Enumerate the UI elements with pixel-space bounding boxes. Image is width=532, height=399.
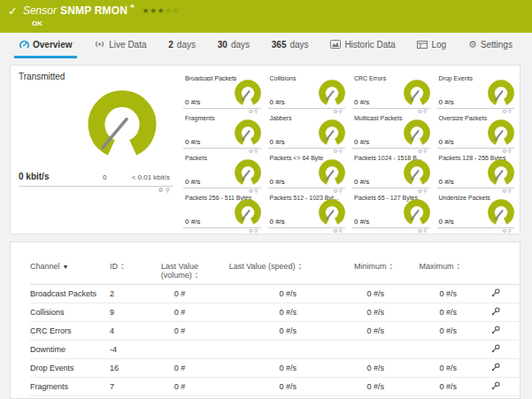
channel-gauge-value: 0 #/s [354,178,369,186]
channel-gauge-cell[interactable]: Collisions 0 #/s ⚙⚲ [267,73,351,112]
tab-historic-data[interactable]: Historic Data [325,33,400,58]
channel-gauge-cell[interactable]: Drop Events 0 #/s ⚙⚲ [436,73,520,112]
channel-gauge-cell[interactable]: Packets 512 - 1023 Byt... 0 #/s ⚙⚲ [267,192,351,232]
channel-gauge-title: Collisions [270,75,297,81]
pin-icon[interactable]: ⚲ [339,228,343,234]
sort-both-icon: ▲▼ [389,263,393,271]
channel-gauge-cell[interactable]: Fragments 0 #/s ⚙⚲ [182,112,266,152]
channel-gauge-dial [317,119,347,149]
channel-gauge-dial [233,158,263,188]
tab-log[interactable]: Log [412,33,451,58]
channel-gauge-title: Multicast Packets [354,115,402,121]
wrench-icon[interactable] [471,303,520,322]
channel-gauge-cell[interactable]: Packets 128 - 255 Bytes 0 #/s ⚙⚲ [436,152,520,192]
column-header-label: Channel [30,262,60,271]
tab-365-days[interactable]: 365days [266,33,314,58]
log-icon [417,41,428,49]
priority-stars[interactable]: ★★★☆☆ [142,6,180,15]
channel-gauge-value: 0 #/s [185,138,200,146]
table-row: Fragments70 #0 #/s0 #/s0 #/s [30,378,520,396]
column-header-actions [471,260,520,285]
column-header-minimum[interactable]: Minimum▲▼ [309,260,393,285]
column-header-id[interactable]: ID▲▼ [110,260,152,285]
channel-name[interactable]: Broadcast Packets [30,285,110,303]
tab-bar: OverviewLive Data2days30days365daysHisto… [0,33,532,58]
channel-gauge-dial [486,198,516,228]
tab-30-days[interactable]: 30days [212,33,255,58]
tab-label: Settings [481,40,513,50]
channel-gauge-title: CRC Errors [354,75,386,81]
table-row: CRC Errors40 #0 #/s0 #/s0 #/s [30,322,520,341]
flag-icon[interactable]: ⚑ [129,4,135,11]
table-row: Drop Events160 #0 #/s0 #/s0 #/s [30,359,520,378]
channel-name[interactable]: Jabbers [30,396,110,399]
wrench-icon[interactable] [471,359,520,378]
column-header-label: Maximum [420,262,454,271]
channel-gauge-cell[interactable]: Packets <= 64 Byte 0 #/s ⚙⚲ [267,152,351,192]
channel-gauge-cell[interactable]: Packets 256 - 511 Bytes 0 #/s ⚙⚲ [182,192,266,232]
maximum-value: 0 #/s [393,285,471,303]
last-value-speed: 0 #/s [207,303,309,322]
pin-icon[interactable]: ⚲ [423,228,428,234]
last-value-volume: 0 # [152,285,207,303]
column-header-last-value-volume-[interactable]: Last Value (volume)▲▼ [152,260,207,285]
status-badge: OK [32,19,532,27]
channel-id: 9 [110,303,152,322]
table-row: Collisions90 #0 #/s0 #/s0 #/s [30,303,520,322]
column-header-maximum[interactable]: Maximum▲▼ [393,260,471,285]
column-header-channel[interactable]: Channel▼ [30,260,110,285]
channel-gauge-cell[interactable]: CRC Errors 0 #/s ⚙⚲ [351,73,435,112]
channel-gauge-title: Oversize Packets [439,115,487,121]
pin-icon[interactable]: ⚲ [508,228,513,234]
table-header-row: Channel▼ID▲▼Last Value (volume)▲▼Last Va… [30,260,520,285]
column-header-last-value-speed-[interactable]: Last Value (speed)▲▼ [207,260,309,285]
wrench-icon[interactable] [471,285,520,303]
channel-gauge-dial [233,79,263,109]
tab-overview[interactable]: Overview [14,33,77,58]
channel-name[interactable]: CRC Errors [30,322,110,341]
channel-gauge-value: 0 #/s [270,218,285,226]
wrench-icon[interactable] [471,396,520,399]
tab-2-days[interactable]: 2days [163,33,201,58]
channel-id: -4 [110,341,152,359]
channel-gauge-cell[interactable]: Packets 65 - 127 Bytes 0 #/s ⚙⚲ [351,192,435,232]
channel-gauge-cell[interactable]: Multicast Packets 0 #/s ⚙⚲ [351,112,435,152]
wrench-icon[interactable] [471,378,520,396]
wrench-icon[interactable] [471,322,520,341]
channel-name[interactable]: Collisions [30,303,110,322]
channel-gauge-cell[interactable]: Undersize Packets 0 #/s ⚙⚲ [436,192,520,232]
channel-gauge-cell[interactable]: Jabbers 0 #/s ⚙⚲ [267,112,351,152]
channel-gauge-title: Packets [185,155,207,161]
live-icon [94,40,105,49]
channel-gauge-cell[interactable]: Oversize Packets 0 #/s ⚙⚲ [436,112,520,152]
historic-icon [330,40,341,49]
last-value-volume: 0 # [152,303,207,322]
column-header-label: Last Value (speed) [229,262,296,271]
column-header-label: Last Value (volume) [161,262,198,280]
minimum-value: 0 #/s [309,285,393,303]
channel-gauge-dial [486,79,516,109]
channel-gauge-cell[interactable]: Packets 1024 - 1518 B... 0 #/s ⚙⚲ [351,152,435,192]
channels-table-panel: Channel▼ID▲▼Last Value (volume)▲▼Last Va… [10,242,520,399]
channel-gauge-value: 0 #/s [270,178,285,186]
channel-id: 7 [110,378,152,396]
pin-icon[interactable]: ⚲ [166,187,172,193]
channel-gauge-dial [486,119,516,149]
channel-gauges-grid: Broadcast Packets 0 #/s ⚙⚲ Collisions 0 … [181,65,520,234]
gear-icon[interactable]: ⚙ [158,187,166,193]
pin-icon[interactable]: ⚲ [254,228,258,234]
channel-gauge-cell[interactable]: Broadcast Packets 0 #/s ⚙⚲ [182,73,266,112]
main-gauge-transmitted: Transmitted 0 kbit/s 0 < 0.01 kbit/s ⚙⚲ [11,65,181,234]
channel-gauge-dial [317,79,347,109]
channel-name[interactable]: Downtime [30,341,110,359]
channel-gauge-cell[interactable]: Packets 0 #/s ⚙⚲ [182,152,266,192]
channel-name[interactable]: Fragments [30,378,110,396]
channel-gauge-dial [317,198,347,228]
channel-gauge-title: Fragments [185,115,214,121]
tab-settings[interactable]: ⚙Settings [463,33,518,58]
minimum-value [309,341,393,359]
channel-name[interactable]: Drop Events [30,359,110,378]
wrench-icon[interactable] [471,341,520,359]
tab-live-data[interactable]: Live Data [89,33,151,58]
sort-both-icon: ▲▼ [195,272,198,280]
